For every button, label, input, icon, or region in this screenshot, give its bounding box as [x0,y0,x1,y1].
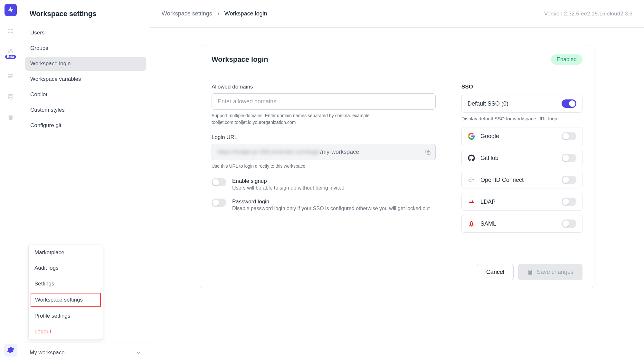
settings-icon[interactable] [4,344,17,357]
popup-settings[interactable]: Settings [29,276,103,292]
breadcrumb-current: Workspace login [224,10,267,17]
login-url-help: Use this URL to login directly to this w… [212,163,436,170]
allowed-domains-label: Allowed domains [212,84,436,90]
google-label: Google [480,133,499,140]
sso-github[interactable]: GitHub [461,149,582,167]
database-icon[interactable] [5,91,16,102]
breadcrumb: Workspace settings Workspace login [162,10,267,17]
topbar: Workspace settings Workspace login Versi… [150,0,644,28]
sso-google[interactable]: Google [461,127,582,145]
apps-icon[interactable] [5,25,16,37]
sso-saml[interactable]: SAML [461,215,582,233]
app-logo[interactable] [5,4,17,16]
settings-popup: Marketplace Audit logs Settings Workspac… [28,245,103,340]
marketplace-icon[interactable] [5,111,16,123]
cancel-button[interactable]: Cancel [477,264,514,280]
sidebar-item-workspace-login[interactable]: Workspace login [25,57,146,71]
sidebar-title: Workspace settings [21,0,150,26]
svg-rect-9 [8,78,11,79]
save-icon [527,269,534,275]
breadcrumb-root[interactable]: Workspace settings [162,10,212,17]
version-label: Version 2.32.5-ee2.15.16-cloud2.3.6 [544,11,632,17]
sidebar-items: Users Groups Workspace login Workspace v… [21,26,150,134]
openid-label: OpenID Connect [480,177,524,183]
google-icon [468,132,475,140]
settings-card: Workspace login Enabled Allowed domains … [200,45,594,288]
github-label: GitHub [480,155,498,162]
svg-point-0 [8,29,10,31]
tables-icon[interactable] [5,70,16,82]
github-icon [468,154,475,162]
allowed-domains-input[interactable] [212,93,436,110]
enable-signup-title: Enable signup [232,178,345,184]
popup-workspace-settings[interactable]: Workspace settings [31,293,101,307]
openid-icon [468,176,475,184]
main: Workspace settings Workspace login Versi… [150,0,644,363]
popup-audit-logs[interactable]: Audit logs [29,260,103,276]
login-url-prefix: https://tooljet-pr-338.onrender.com/logi… [218,149,320,155]
password-login-toggle[interactable] [212,199,226,207]
login-url-suffix: /my-workspace [320,149,359,155]
status-badge: Enabled [551,54,582,65]
workspace-name: My workspace [30,349,65,356]
chevron-down-icon [136,350,141,356]
password-login-title: Password login [232,199,430,205]
default-sso-label: Default SSO (0) [468,100,508,107]
popup-marketplace[interactable]: Marketplace [29,245,103,260]
allowed-domains-help: Support multiple domains. Enter domain n… [212,112,436,126]
chevron-right-icon [216,12,221,16]
openid-toggle[interactable] [562,176,576,184]
enable-signup-desc: Users will be able to sign up without be… [232,185,345,191]
svg-rect-8 [8,76,13,77]
sidebar-item-groups[interactable]: Groups [25,41,146,55]
saml-label: SAML [480,220,496,227]
ldap-label: LDAP [480,199,496,205]
sidebar-item-configure-git[interactable]: Configure git [25,118,146,133]
login-url-label: Login URL [212,134,436,141]
saml-icon [468,220,475,228]
svg-point-4 [9,49,11,51]
popup-logout[interactable]: Logout [29,324,103,340]
saml-toggle[interactable] [562,219,576,228]
default-sso-toggle[interactable] [562,99,576,108]
copy-icon[interactable] [425,149,431,155]
ldap-icon [468,198,475,206]
sidebar-item-workspace-variables[interactable]: Workspace variables [25,72,146,86]
save-label: Save changes [537,269,573,275]
svg-point-1 [11,29,13,31]
default-sso-help: Display default SSO for workspace URL lo… [461,116,582,121]
login-url-display: https://tooljet-pr-338.onrender.com/logi… [212,144,436,160]
sso-openid[interactable]: OpenID Connect [461,171,582,189]
svg-point-6 [11,51,13,53]
sso-heading: SSO [461,84,582,90]
sidebar-item-users[interactable]: Users [25,26,146,40]
card-title: Workspace login [212,55,268,64]
svg-point-3 [11,32,13,33]
svg-point-2 [8,32,10,33]
workspace-switcher[interactable]: My workspace [21,342,150,363]
icon-sidebar: Beta [0,0,21,363]
enable-signup-toggle[interactable] [212,178,226,186]
google-toggle[interactable] [562,132,576,140]
svg-point-5 [8,51,10,53]
save-button[interactable]: Save changes [518,264,582,280]
default-sso-row: Default SSO (0) [461,95,582,113]
sso-ldap[interactable]: LDAP [461,193,582,211]
beta-badge: Beta [5,55,16,59]
users-icon[interactable]: Beta [5,46,16,57]
github-toggle[interactable] [562,154,576,162]
popup-profile-settings[interactable]: Profile settings [29,308,103,324]
sidebar: Workspace settings Users Groups Workspac… [21,0,150,363]
ldap-toggle[interactable] [562,198,576,206]
password-login-desc: Disable password login only if your SSO … [232,206,430,211]
svg-point-10 [8,94,13,96]
svg-rect-7 [8,74,13,75]
sidebar-item-custom-styles[interactable]: Custom styles [25,103,146,117]
sidebar-item-copilot[interactable]: Copilot [25,88,146,102]
